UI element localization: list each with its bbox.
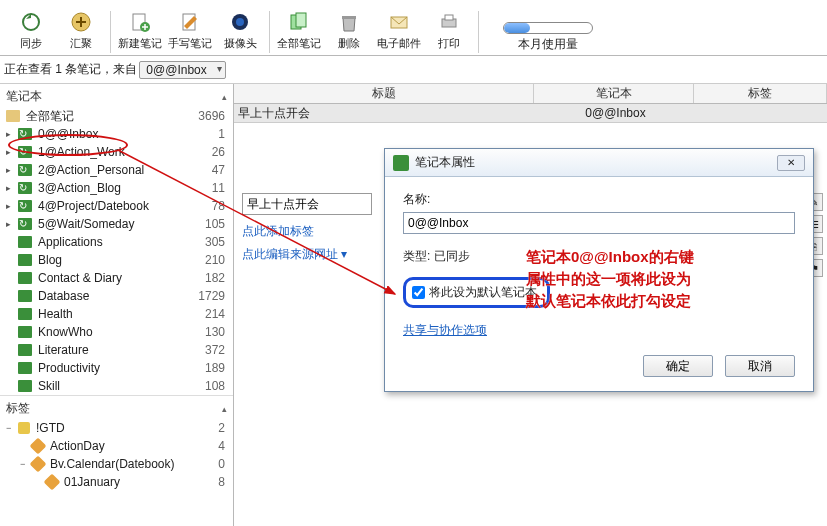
note-row[interactable]: 早上十点开会 0@@Inbox [234, 104, 827, 122]
expand-icon[interactable]: ▸ [6, 162, 16, 178]
svg-rect-9 [342, 16, 356, 19]
share-link[interactable]: 共享与协作选项 [403, 322, 487, 339]
notebook-count: 1729 [198, 288, 225, 304]
notebook-row[interactable]: Health214 [0, 305, 233, 323]
notebook-properties-dialog: 笔记本属性 ✕ 名称: 类型: 已同步 将此设为默认笔记本 共享与协作选项 确定… [384, 148, 814, 392]
camera-button[interactable]: 摄像头 [215, 8, 265, 53]
notebook-label: Contact & Diary [38, 270, 122, 286]
notebook-row[interactable]: ▸4@Project/Datebook78 [0, 197, 233, 215]
notebook-label: KnowWho [38, 324, 93, 340]
sync-button[interactable]: 同步 [6, 8, 56, 53]
ok-button[interactable]: 确定 [643, 355, 713, 377]
handwrite-label: 手写笔记 [168, 36, 212, 51]
sync-icon [19, 10, 43, 34]
toolbar-divider [478, 11, 479, 53]
col-title[interactable]: 标题 [234, 84, 534, 103]
trash-icon [337, 10, 361, 34]
collapse-icon[interactable]: ▴ [222, 92, 227, 102]
expand-icon[interactable]: ▸ [6, 144, 16, 160]
collapse-icon[interactable]: ▴ [222, 404, 227, 414]
edit-source-text: 点此编辑来源网址 [242, 247, 338, 261]
notebook-row[interactable]: Applications305 [0, 233, 233, 251]
notebook-row[interactable]: ▸5@Wait/Someday105 [0, 215, 233, 233]
dialog-title: 笔记本属性 [415, 154, 777, 171]
row-tags [694, 104, 827, 122]
notebook-icon [18, 146, 32, 158]
notebook-icon [18, 200, 32, 212]
notebook-count: 214 [205, 306, 225, 322]
tag-label: Bv.Calendar(Datebook) [50, 456, 175, 472]
notebook-icon [18, 272, 32, 284]
email-icon [387, 10, 411, 34]
notebook-label: Applications [38, 234, 103, 250]
tag-row[interactable]: ActionDay4 [0, 437, 233, 455]
notebook-row[interactable]: KnowWho130 [0, 323, 233, 341]
tags-header: 标签 ▴ [0, 395, 233, 419]
expand-icon[interactable]: ▸ [6, 126, 16, 142]
notebook-count: 372 [205, 342, 225, 358]
cancel-button[interactable]: 取消 [725, 355, 795, 377]
svg-rect-8 [296, 13, 306, 27]
tag-label: !GTD [36, 420, 65, 436]
expand-icon[interactable]: ▸ [6, 180, 16, 196]
notebook-count: 1 [218, 126, 225, 142]
print-label: 打印 [438, 36, 460, 51]
new-note-button[interactable]: 新建笔记 [115, 8, 165, 53]
col-notebook[interactable]: 笔记本 [534, 84, 694, 103]
delete-button[interactable]: 删除 [324, 8, 374, 53]
notebook-count: 78 [212, 198, 225, 214]
new-note-icon [128, 10, 152, 34]
notebook-icon [18, 218, 32, 230]
expand-icon[interactable]: ▸ [6, 216, 16, 232]
notebook-icon [18, 254, 32, 266]
print-button[interactable]: 打印 [424, 8, 474, 53]
notebook-row[interactable]: Literature372 [0, 341, 233, 359]
all-notes-button[interactable]: 全部笔记 [274, 8, 324, 53]
handwrite-button[interactable]: 手写笔记 [165, 8, 215, 53]
all-notes-label: 全部笔记 [26, 108, 74, 124]
notebook-row[interactable]: ▸3@Action_Blog11 [0, 179, 233, 197]
pen-icon [178, 10, 202, 34]
notebook-icon [18, 290, 32, 302]
col-tags[interactable]: 标签 [694, 84, 827, 103]
camera-label: 摄像头 [224, 36, 257, 51]
camera-icon [228, 10, 252, 34]
notebook-icon [18, 380, 32, 392]
expand-icon[interactable]: ▸ [6, 198, 16, 214]
tag-label: 01January [64, 474, 120, 490]
tag-row[interactable]: 01January8 [0, 473, 233, 491]
expand-icon[interactable]: − [20, 456, 30, 472]
all-notes-row[interactable]: 全部笔记 3696 [0, 107, 233, 125]
notebook-count: 210 [205, 252, 225, 268]
name-input[interactable] [403, 212, 795, 234]
note-title-input[interactable] [242, 193, 372, 215]
notebook-row[interactable]: Blog210 [0, 251, 233, 269]
notebook-icon [18, 182, 32, 194]
notebook-row[interactable]: ▸2@Action_Personal47 [0, 161, 233, 179]
notebook-label: Blog [38, 252, 62, 268]
aggregate-button[interactable]: 汇聚 [56, 8, 106, 53]
delete-label: 删除 [338, 36, 360, 51]
tag-count: 4 [218, 438, 225, 454]
notes-icon [287, 10, 311, 34]
notebook-row[interactable]: Contact & Diary182 [0, 269, 233, 287]
notebook-selector[interactable]: 0@@Inbox [139, 61, 225, 79]
tag-row[interactable]: −Bv.Calendar(Datebook)0 [0, 455, 233, 473]
row-title: 早上十点开会 [234, 104, 534, 122]
notebook-count: 11 [212, 180, 225, 196]
close-button[interactable]: ✕ [777, 155, 805, 171]
notebook-row[interactable]: ▸1@Action_Work26 [0, 143, 233, 161]
notebook-icon [18, 236, 32, 248]
default-checkbox[interactable] [412, 286, 425, 299]
notebook-row[interactable]: ▸0@@Inbox1 [0, 125, 233, 143]
notebook-row[interactable]: Database1729 [0, 287, 233, 305]
default-checkbox-wrap[interactable]: 将此设为默认笔记本 [403, 277, 550, 308]
folder-icon [6, 110, 20, 122]
email-button[interactable]: 电子邮件 [374, 8, 424, 53]
notebooks-header: 笔记本 ▴ [0, 84, 233, 107]
expand-icon[interactable]: − [6, 420, 16, 436]
notebook-row[interactable]: Skill108 [0, 377, 233, 395]
notebook-row[interactable]: Productivity189 [0, 359, 233, 377]
tag-tree: −!GTD2ActionDay4−Bv.Calendar(Datebook)00… [0, 419, 233, 491]
tag-row[interactable]: −!GTD2 [0, 419, 233, 437]
